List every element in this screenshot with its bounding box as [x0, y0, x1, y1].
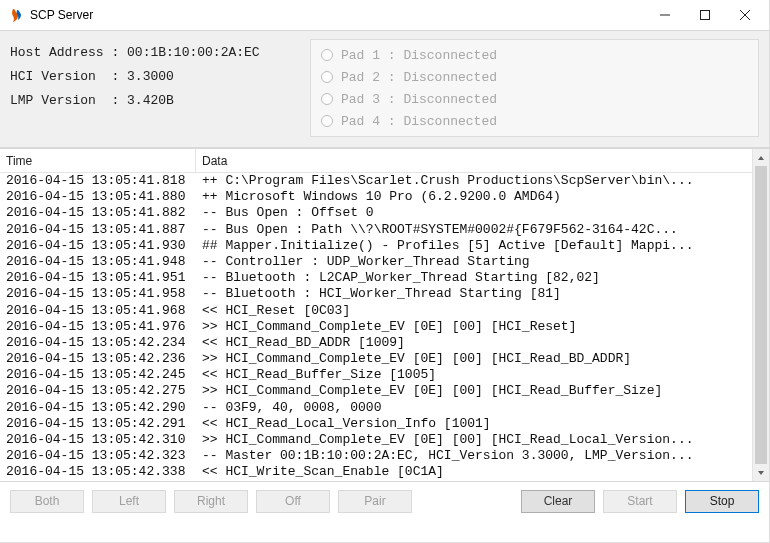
lmp-version-value: 3.420B [127, 93, 174, 108]
scroll-down-icon[interactable] [753, 464, 769, 481]
pads-group: Pad 1 : Disconnected Pad 2 : Disconnecte… [310, 39, 759, 137]
log-time: 2016-04-15 13:05:41.880 [0, 189, 196, 205]
log-row[interactable]: 2016-04-15 13:05:41.958-- Bluetooth : HC… [0, 286, 769, 302]
pad-1-radio[interactable] [321, 49, 333, 61]
log-row[interactable]: 2016-04-15 13:05:41.976>> HCI_Command_Co… [0, 319, 769, 335]
start-button: Start [603, 490, 677, 513]
left-button: Left [92, 490, 166, 513]
log-row[interactable]: 2016-04-15 13:05:41.882-- Bus Open : Off… [0, 205, 769, 221]
host-address-value: 00:1B:10:00:2A:EC [127, 45, 260, 60]
grid-header: Time Data [0, 149, 769, 173]
log-row[interactable]: 2016-04-15 13:05:41.887-- Bus Open : Pat… [0, 222, 769, 238]
log-data: >> HCI_Command_Complete_EV [0E] [00] [HC… [196, 351, 769, 367]
log-row[interactable]: 2016-04-15 13:05:42.338<< HCI_Write_Scan… [0, 464, 769, 480]
log-data: << HCI_Read_BD_ADDR [1009] [196, 335, 769, 351]
log-grid: Time Data 2016-04-15 13:05:41.818++ C:\P… [0, 148, 769, 482]
pad-2-label: Pad 2 : Disconnected [341, 70, 497, 85]
pad-2-radio[interactable] [321, 71, 333, 83]
grid-body[interactable]: 2016-04-15 13:05:41.818++ C:\Program Fil… [0, 173, 769, 483]
scroll-up-icon[interactable] [753, 149, 769, 166]
vertical-scrollbar[interactable] [752, 149, 769, 481]
log-data: >> HCI_Command_Complete_EV [0E] [00] [HC… [196, 481, 769, 483]
titlebar: SCP Server [0, 0, 769, 30]
log-row[interactable]: 2016-04-15 13:05:41.948-- Controller : U… [0, 254, 769, 270]
log-time: 2016-04-15 13:05:42.234 [0, 335, 196, 351]
hci-version-label: HCI Version : [10, 69, 127, 84]
pad-1-label: Pad 1 : Disconnected [341, 48, 497, 63]
pad-3-label: Pad 3 : Disconnected [341, 92, 497, 107]
log-data: >> HCI_Command_Complete_EV [0E] [00] [HC… [196, 383, 769, 399]
button-bar: Both Left Right Off Pair Clear Start Sto… [0, 482, 769, 520]
maximize-button[interactable] [685, 1, 725, 29]
log-data: >> HCI_Command_Complete_EV [0E] [00] [HC… [196, 432, 769, 448]
log-data: -- Bluetooth : L2CAP_Worker_Thread Start… [196, 270, 769, 286]
pad-4-row: Pad 4 : Disconnected [321, 110, 748, 132]
log-row[interactable]: 2016-04-15 13:05:41.951-- Bluetooth : L2… [0, 270, 769, 286]
log-row[interactable]: 2016-04-15 13:05:42.323-- Master 00:1B:1… [0, 448, 769, 464]
log-row[interactable]: 2016-04-15 13:05:42.236>> HCI_Command_Co… [0, 351, 769, 367]
log-row[interactable]: 2016-04-15 13:05:42.310>> HCI_Command_Co… [0, 432, 769, 448]
log-time: 2016-04-15 13:05:42.236 [0, 351, 196, 367]
pad-4-radio[interactable] [321, 115, 333, 127]
log-data: << HCI_Read_Local_Version_Info [1001] [196, 416, 769, 432]
hci-version-value: 3.3000 [127, 69, 174, 84]
log-time: 2016-04-15 13:05:41.976 [0, 319, 196, 335]
log-time: 2016-04-15 13:05:41.948 [0, 254, 196, 270]
log-data: -- Controller : UDP_Worker_Thread Starti… [196, 254, 769, 270]
pad-3-radio[interactable] [321, 93, 333, 105]
log-time: 2016-04-15 13:05:42.310 [0, 432, 196, 448]
log-row[interactable]: 2016-04-15 13:05:41.818++ C:\Program Fil… [0, 173, 769, 189]
log-row[interactable]: 2016-04-15 13:05:42.245<< HCI_Read_Buffe… [0, 367, 769, 383]
log-data: << HCI_Reset [0C03] [196, 303, 769, 319]
log-row[interactable]: 2016-04-15 13:05:41.930## Mapper.Initial… [0, 238, 769, 254]
log-time: 2016-04-15 13:05:41.930 [0, 238, 196, 254]
scrollbar-track[interactable] [753, 166, 769, 464]
log-time: 2016-04-15 13:05:42.291 [0, 416, 196, 432]
log-data: -- Bus Open : Offset 0 [196, 205, 769, 221]
log-row[interactable]: 2016-04-15 13:05:41.880++ Microsoft Wind… [0, 189, 769, 205]
close-button[interactable] [725, 1, 765, 29]
both-button: Both [10, 490, 84, 513]
log-data: << HCI_Write_Scan_Enable [0C1A] [196, 464, 769, 480]
log-time: 2016-04-15 13:05:41.968 [0, 303, 196, 319]
header-panel: Host Address : 00:1B:10:00:2A:EC HCI Ver… [0, 30, 769, 148]
log-data: -- Bluetooth : HCI_Worker_Thread Startin… [196, 286, 769, 302]
log-time: 2016-04-15 13:05:42.275 [0, 383, 196, 399]
stop-button[interactable]: Stop [685, 490, 759, 513]
window-title: SCP Server [30, 8, 645, 22]
column-header-data[interactable]: Data [196, 149, 769, 172]
scrollbar-thumb[interactable] [755, 166, 767, 464]
host-address-label: Host Address : [10, 45, 127, 60]
log-data: >> HCI_Command_Complete_EV [0E] [00] [HC… [196, 319, 769, 335]
pad-1-row: Pad 1 : Disconnected [321, 44, 748, 66]
log-data: ## Mapper.Initialize() - Profiles [5] Ac… [196, 238, 769, 254]
log-row[interactable]: 2016-04-15 13:05:41.968<< HCI_Reset [0C0… [0, 303, 769, 319]
log-time: 2016-04-15 13:05:41.882 [0, 205, 196, 221]
log-data: -- Master 00:1B:10:00:2A:EC, HCI_Version… [196, 448, 769, 464]
column-header-time[interactable]: Time [0, 149, 196, 172]
log-time: 2016-04-15 13:05:41.951 [0, 270, 196, 286]
log-data: -- 03F9, 40, 0008, 0000 [196, 400, 769, 416]
log-data: << HCI_Read_Buffer_Size [1005] [196, 367, 769, 383]
lmp-version-label: LMP Version : [10, 93, 127, 108]
log-time: 2016-04-15 13:05:41.887 [0, 222, 196, 238]
log-data: ++ C:\Program Files\Scarlet.Crush Produc… [196, 173, 769, 189]
log-time: 2016-04-15 13:05:41.958 [0, 286, 196, 302]
log-time: 2016-04-15 13:05:42.290 [0, 400, 196, 416]
pad-3-row: Pad 3 : Disconnected [321, 88, 748, 110]
off-button: Off [256, 490, 330, 513]
log-row[interactable]: 2016-04-15 13:05:42.291<< HCI_Read_Local… [0, 416, 769, 432]
pad-4-label: Pad 4 : Disconnected [341, 114, 497, 129]
pad-2-row: Pad 2 : Disconnected [321, 66, 748, 88]
clear-button[interactable]: Clear [521, 490, 595, 513]
minimize-button[interactable] [645, 1, 685, 29]
right-button: Right [174, 490, 248, 513]
log-data: ++ Microsoft Windows 10 Pro (6.2.9200.0 … [196, 189, 769, 205]
log-row[interactable]: 2016-04-15 13:05:42.355>> HCI_Command_Co… [0, 481, 769, 483]
log-row[interactable]: 2016-04-15 13:05:42.275>> HCI_Command_Co… [0, 383, 769, 399]
svg-rect-1 [701, 11, 710, 20]
log-data: -- Bus Open : Path \\?\ROOT#SYSTEM#0002#… [196, 222, 769, 238]
log-time: 2016-04-15 13:05:42.338 [0, 464, 196, 480]
log-row[interactable]: 2016-04-15 13:05:42.290-- 03F9, 40, 0008… [0, 400, 769, 416]
log-row[interactable]: 2016-04-15 13:05:42.234<< HCI_Read_BD_AD… [0, 335, 769, 351]
